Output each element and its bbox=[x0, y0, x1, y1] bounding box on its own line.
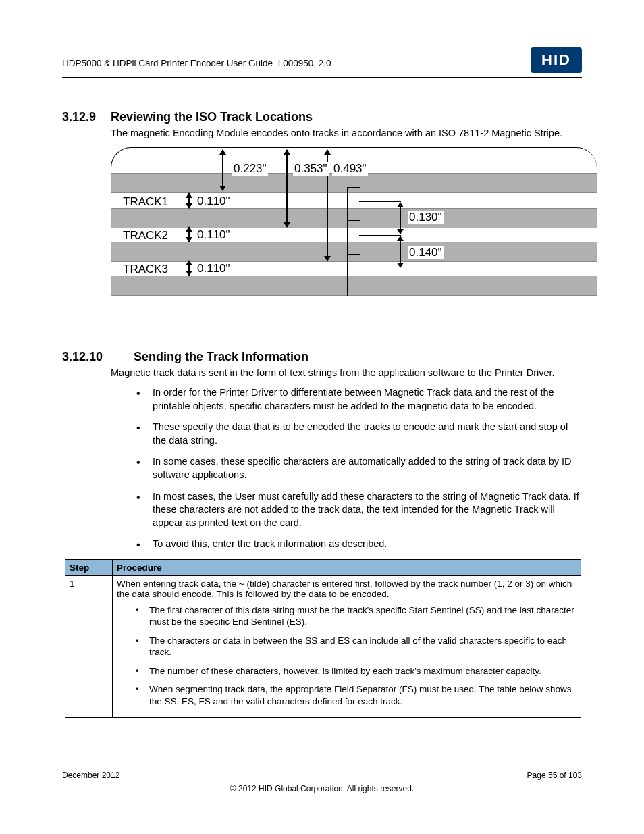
procedure-table: Step Procedure 1 When entering track dat… bbox=[65, 559, 581, 718]
bullet-item: In most cases, the User must carefully a… bbox=[136, 490, 582, 530]
section-heading-3-12-10: 3.12.10 Sending the Track Information bbox=[62, 350, 582, 364]
cell-bullets: The first character of this data string … bbox=[136, 604, 576, 708]
section-number: 3.12.9 bbox=[62, 110, 111, 124]
cell-intro: When entering track data, the ~ (tilde) … bbox=[117, 579, 576, 599]
bullet-item: When segmenting track data, the appropri… bbox=[136, 683, 576, 707]
cell-step: 1 bbox=[65, 575, 113, 717]
section-heading-3-12-9: 3.12.9 Reviewing the ISO Track Locations bbox=[62, 110, 582, 124]
cell-procedure: When entering track data, the ~ (tilde) … bbox=[113, 575, 581, 717]
dim-top-2: 0.353" bbox=[293, 162, 329, 176]
section2-bullets: In order for the Printer Driver to diffe… bbox=[136, 386, 582, 551]
section-number: 3.12.10 bbox=[62, 350, 134, 364]
bullet-item: In some cases, these specific characters… bbox=[136, 455, 582, 481]
bullet-item: To avoid this, enter the track informati… bbox=[136, 538, 582, 551]
section2-intro: Magnetic track data is sent in the form … bbox=[111, 367, 582, 380]
page-footer: December 2012 Page 55 of 103 © 2012 HID … bbox=[62, 766, 582, 793]
footer-date: December 2012 bbox=[62, 771, 119, 780]
dim-gap-1: 0.130" bbox=[408, 211, 444, 224]
section-title: Reviewing the ISO Track Locations bbox=[111, 110, 313, 124]
dim-gap-2: 0.140" bbox=[408, 246, 444, 259]
dim-top-3: 0.493" bbox=[332, 162, 368, 176]
track1-label: TRACK1 bbox=[122, 195, 169, 209]
track3-label: TRACK3 bbox=[122, 263, 169, 276]
section-intro: The magnetic Encoding Module encodes ont… bbox=[111, 127, 582, 140]
hid-logo: HID bbox=[531, 47, 582, 73]
dim-width-3: 0.110" bbox=[196, 262, 232, 276]
dim-width-1: 0.110" bbox=[196, 194, 232, 208]
bullet-item: These specify the data that is to be enc… bbox=[136, 421, 582, 447]
page-header: HDP5000 & HDPii Card Printer Encoder Use… bbox=[62, 47, 582, 73]
header-rule bbox=[62, 77, 582, 78]
bullet-item: The first character of this data string … bbox=[136, 604, 576, 628]
dim-top-1: 0.223" bbox=[232, 162, 268, 176]
th-procedure: Procedure bbox=[113, 559, 581, 575]
section-title: Sending the Track Information bbox=[134, 350, 308, 364]
dim-width-2: 0.110" bbox=[196, 228, 232, 242]
bullet-item: The characters or data in between the SS… bbox=[136, 635, 576, 658]
doc-title: HDP5000 & HDPii Card Printer Encoder Use… bbox=[62, 47, 331, 68]
footer-copyright: © 2012 HID Global Corporation. All right… bbox=[62, 784, 582, 793]
track2-label: TRACK2 bbox=[122, 229, 169, 242]
th-step: Step bbox=[65, 559, 113, 575]
footer-page: Page 55 of 103 bbox=[527, 771, 582, 780]
table-row: 1 When entering track data, the ~ (tilde… bbox=[65, 575, 581, 717]
bullet-item: In order for the Printer Driver to diffe… bbox=[136, 386, 582, 413]
iso-track-diagram: 0.223" 0.353" 0.493" TRACK1 TRACK2 TRACK… bbox=[111, 147, 597, 323]
bullet-item: The number of these characters, however,… bbox=[136, 665, 576, 677]
